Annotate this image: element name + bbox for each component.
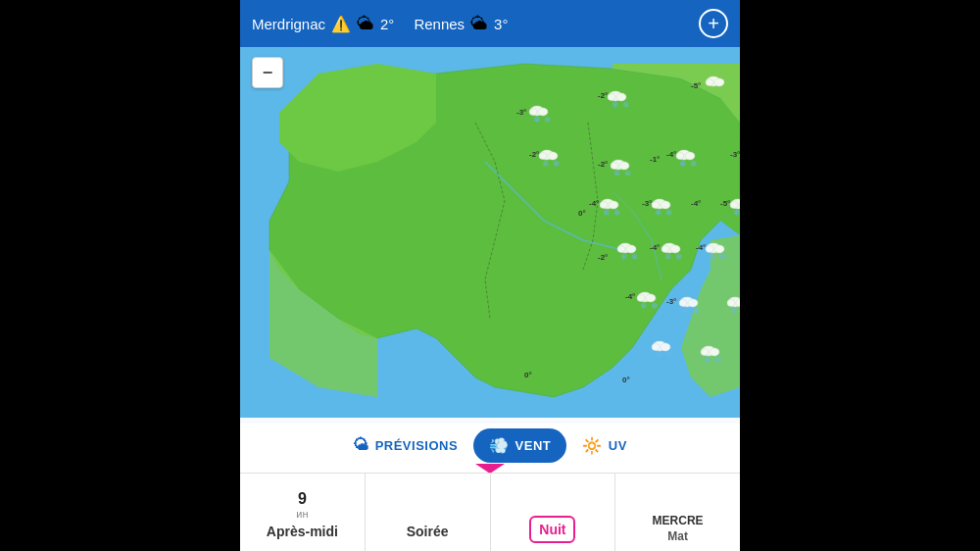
svg-text:-5°: -5°	[720, 199, 730, 208]
city1-temp: 2°	[380, 16, 394, 32]
zoom-out-button[interactable]: −	[252, 57, 283, 88]
svg-text:-5°: -5°	[691, 81, 701, 90]
soiree-label: Soirée	[399, 520, 457, 543]
svg-text:❄ ❄: ❄ ❄	[664, 252, 683, 262]
add-city-button[interactable]: +	[699, 9, 728, 38]
uv-button[interactable]: 🔆 UV	[566, 428, 643, 463]
svg-text:-4°: -4°	[589, 199, 599, 208]
svg-text:❄ ❄: ❄ ❄	[679, 159, 698, 169]
weather-map[interactable]: ❄ ❄ -3° ❄ ❄ -2° -5° -2° -4°	[240, 47, 740, 424]
svg-text:-4°: -4°	[691, 199, 701, 208]
vent-button[interactable]: 💨 VENT	[473, 428, 566, 463]
svg-text:❄ ❄: ❄ ❄	[730, 306, 740, 316]
previsions-label: PRÉVISIONS	[375, 438, 458, 453]
svg-text:-4°: -4°	[666, 150, 676, 159]
svg-text:-2°: -2°	[529, 150, 539, 159]
svg-text:-1°: -1°	[650, 155, 660, 164]
svg-text:❄ ❄: ❄ ❄	[613, 169, 632, 178]
city2-weather-icon: 🌥	[470, 14, 488, 34]
city2-name[interactable]: Rennes	[414, 16, 465, 32]
svg-text:-4°: -4°	[625, 292, 635, 301]
tab-soiree[interactable]: Soirée	[366, 474, 491, 551]
svg-text:-3°: -3°	[666, 297, 676, 306]
svg-text:❄ ❄: ❄ ❄	[655, 208, 673, 218]
svg-text:0°: 0°	[622, 376, 630, 384]
svg-text:❄ ❄: ❄ ❄	[612, 100, 630, 110]
svg-point-13	[714, 78, 724, 86]
svg-text:-2°: -2°	[598, 160, 608, 169]
sun-icon: 🔆	[582, 436, 603, 455]
svg-text:-2°: -2°	[598, 91, 608, 100]
svg-text:❄ ❄: ❄ ❄	[709, 252, 727, 262]
svg-text:-4°: -4°	[696, 243, 706, 252]
city1-section: Merdrignac ⚠️ 🌥 2° Rennes 🌥 3°	[252, 14, 508, 34]
previsions-button[interactable]: 🌤 PRÉVISIONS	[337, 428, 473, 462]
svg-text:0°: 0°	[578, 209, 586, 218]
tab-nuit[interactable]: Nuit	[491, 474, 616, 551]
warning-icon: ⚠️	[331, 15, 351, 33]
map-svg: ❄ ❄ -3° ❄ ❄ -2° -5° -2° -4°	[240, 47, 740, 424]
svg-text:❄ ❄: ❄ ❄	[542, 159, 561, 169]
wind-icon: 💨	[489, 436, 510, 455]
tab-apres-midi[interactable]: 9 ин Après-midi	[240, 474, 366, 551]
svg-text:❄ ❄: ❄ ❄	[620, 252, 639, 262]
uv-label: UV	[609, 438, 627, 453]
app-container: Merdrignac ⚠️ 🌥 2° Rennes 🌥 3° + −	[240, 0, 740, 551]
svg-text:❄ ❄: ❄ ❄	[704, 355, 722, 365]
svg-text:-4°: -4°	[650, 243, 660, 252]
day-short: ин	[296, 508, 308, 520]
svg-text:❄ ❄: ❄ ❄	[533, 115, 552, 125]
svg-text:-2°: -2°	[598, 253, 608, 262]
cloud-sun-icon: 🌤	[353, 436, 369, 454]
city1-name[interactable]: Merdrignac	[252, 16, 325, 32]
apres-midi-label: Après-midi	[259, 520, 346, 543]
vent-label: VENT	[515, 438, 552, 453]
tab-mercredi[interactable]: MERCRE Mat	[615, 474, 740, 551]
svg-text:0°: 0°	[524, 371, 532, 379]
svg-text:❄ ❄: ❄ ❄	[603, 208, 621, 218]
svg-text:-3°: -3°	[730, 150, 740, 159]
svg-point-14	[706, 79, 713, 86]
svg-text:-3°: -3°	[642, 199, 652, 208]
top-bar: Merdrignac ⚠️ 🌥 2° Rennes 🌥 3° +	[240, 0, 740, 47]
nuit-label: Nuit	[529, 516, 575, 543]
day-number: 9	[298, 490, 307, 508]
svg-text:❄ ❄: ❄ ❄	[655, 350, 673, 360]
mat-label: Mat	[667, 529, 688, 543]
svg-text:❄ ❄: ❄ ❄	[733, 208, 740, 218]
city2-temp: 3°	[494, 16, 508, 32]
mercre-label: MERCRE	[653, 514, 704, 527]
svg-text:❄ ❄: ❄ ❄	[682, 306, 701, 316]
city1-weather-icon: 🌥	[357, 14, 374, 34]
time-period-tabs: 9 ин Après-midi Soirée Nuit MERCRE Mat	[240, 473, 740, 551]
svg-text:-3°: -3°	[516, 108, 526, 117]
svg-text:❄ ❄: ❄ ❄	[640, 301, 659, 311]
